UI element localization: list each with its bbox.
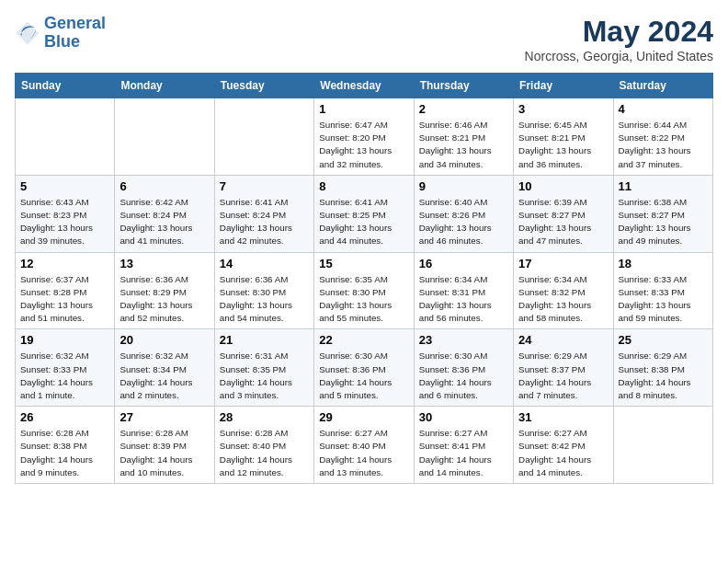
- day-number: 1: [319, 102, 408, 116]
- day-info: Sunrise: 6:28 AM Sunset: 8:39 PM Dayligh…: [119, 427, 209, 479]
- day-number: 13: [119, 257, 209, 270]
- calendar-day-cell: 4Sunrise: 6:44 AM Sunset: 8:22 PM Daylig…: [613, 98, 712, 176]
- day-info: Sunrise: 6:36 AM Sunset: 8:29 PM Dayligh…: [119, 273, 209, 326]
- calendar-header-cell: Thursday: [414, 74, 513, 98]
- calendar-week-row: 12Sunrise: 6:37 AM Sunset: 8:28 PM Dayli…: [16, 252, 713, 329]
- day-number: 3: [518, 102, 608, 116]
- day-info: Sunrise: 6:29 AM Sunset: 8:38 PM Dayligh…: [619, 350, 708, 402]
- day-number: 10: [518, 179, 608, 193]
- day-info: Sunrise: 6:37 AM Sunset: 8:28 PM Dayligh…: [20, 273, 109, 326]
- day-number: 19: [20, 333, 109, 347]
- calendar-day-cell: 30Sunrise: 6:27 AM Sunset: 8:41 PM Dayli…: [414, 407, 513, 484]
- calendar-week-row: 19Sunrise: 6:32 AM Sunset: 8:33 PM Dayli…: [16, 329, 713, 407]
- day-number: 30: [419, 410, 508, 424]
- calendar-day-cell: 2Sunrise: 6:46 AM Sunset: 8:21 PM Daylig…: [414, 98, 513, 176]
- day-info: Sunrise: 6:35 AM Sunset: 8:30 PM Dayligh…: [319, 273, 408, 326]
- day-number: 16: [419, 257, 508, 270]
- day-number: 20: [119, 333, 209, 347]
- calendar-day-cell: 16Sunrise: 6:34 AM Sunset: 8:31 PM Dayli…: [414, 252, 513, 329]
- day-number: 8: [319, 179, 408, 193]
- day-number: 4: [619, 102, 708, 116]
- day-number: 18: [619, 257, 708, 270]
- day-info: Sunrise: 6:36 AM Sunset: 8:30 PM Dayligh…: [220, 273, 309, 326]
- calendar-day-cell: 29Sunrise: 6:27 AM Sunset: 8:40 PM Dayli…: [314, 407, 414, 484]
- calendar-day-cell: [613, 407, 712, 484]
- day-info: Sunrise: 6:46 AM Sunset: 8:21 PM Dayligh…: [419, 119, 508, 171]
- calendar-day-cell: 24Sunrise: 6:29 AM Sunset: 8:37 PM Dayli…: [514, 329, 613, 407]
- calendar-body: 1Sunrise: 6:47 AM Sunset: 8:20 PM Daylig…: [16, 98, 713, 484]
- day-number: 6: [119, 179, 209, 193]
- day-info: Sunrise: 6:47 AM Sunset: 8:20 PM Dayligh…: [319, 119, 408, 171]
- calendar-week-row: 5Sunrise: 6:43 AM Sunset: 8:23 PM Daylig…: [16, 175, 713, 252]
- day-number: 29: [319, 410, 408, 424]
- calendar-day-cell: 10Sunrise: 6:39 AM Sunset: 8:27 PM Dayli…: [514, 175, 613, 252]
- day-info: Sunrise: 6:38 AM Sunset: 8:27 PM Dayligh…: [619, 196, 708, 248]
- day-number: 5: [20, 179, 109, 193]
- calendar-day-cell: 28Sunrise: 6:28 AM Sunset: 8:40 PM Dayli…: [214, 407, 313, 484]
- calendar-day-cell: 7Sunrise: 6:41 AM Sunset: 8:24 PM Daylig…: [214, 175, 313, 252]
- calendar-header-cell: Sunday: [16, 74, 115, 98]
- day-info: Sunrise: 6:43 AM Sunset: 8:23 PM Dayligh…: [20, 196, 109, 248]
- calendar-week-row: 1Sunrise: 6:47 AM Sunset: 8:20 PM Daylig…: [16, 98, 713, 176]
- calendar-day-cell: 25Sunrise: 6:29 AM Sunset: 8:38 PM Dayli…: [613, 329, 712, 407]
- day-info: Sunrise: 6:34 AM Sunset: 8:32 PM Dayligh…: [518, 273, 608, 326]
- calendar-week-row: 26Sunrise: 6:28 AM Sunset: 8:38 PM Dayli…: [16, 407, 713, 484]
- day-number: 22: [319, 333, 408, 347]
- logo: General Blue: [15, 15, 106, 52]
- page-subtitle: Norcross, Georgia, United States: [525, 49, 713, 63]
- logo-icon: [15, 20, 40, 46]
- day-info: Sunrise: 6:32 AM Sunset: 8:34 PM Dayligh…: [119, 350, 209, 402]
- page-title: May 2024: [525, 15, 713, 49]
- day-number: 14: [220, 257, 309, 270]
- day-number: 9: [419, 179, 508, 193]
- day-number: 23: [419, 333, 508, 347]
- day-info: Sunrise: 6:41 AM Sunset: 8:25 PM Dayligh…: [319, 196, 408, 248]
- page-header: General Blue May 2024 Norcross, Georgia,…: [15, 15, 713, 63]
- calendar-day-cell: 18Sunrise: 6:33 AM Sunset: 8:33 PM Dayli…: [613, 252, 712, 329]
- day-info: Sunrise: 6:44 AM Sunset: 8:22 PM Dayligh…: [619, 119, 708, 171]
- calendar-day-cell: 19Sunrise: 6:32 AM Sunset: 8:33 PM Dayli…: [16, 329, 115, 407]
- day-info: Sunrise: 6:45 AM Sunset: 8:21 PM Dayligh…: [518, 119, 608, 171]
- calendar-day-cell: 27Sunrise: 6:28 AM Sunset: 8:39 PM Dayli…: [115, 407, 214, 484]
- calendar-day-cell: [16, 98, 115, 176]
- day-info: Sunrise: 6:40 AM Sunset: 8:26 PM Dayligh…: [419, 196, 508, 248]
- day-number: 7: [220, 179, 309, 193]
- calendar-header-cell: Saturday: [613, 74, 712, 98]
- day-number: 21: [220, 333, 309, 347]
- day-info: Sunrise: 6:30 AM Sunset: 8:36 PM Dayligh…: [319, 350, 408, 402]
- page-container: General Blue May 2024 Norcross, Georgia,…: [0, 0, 728, 493]
- logo-text: General Blue: [44, 15, 106, 52]
- calendar-day-cell: 5Sunrise: 6:43 AM Sunset: 8:23 PM Daylig…: [16, 175, 115, 252]
- calendar-day-cell: 22Sunrise: 6:30 AM Sunset: 8:36 PM Dayli…: [314, 329, 414, 407]
- calendar-day-cell: [214, 98, 313, 176]
- day-number: 2: [419, 102, 508, 116]
- calendar-day-cell: 13Sunrise: 6:36 AM Sunset: 8:29 PM Dayli…: [115, 252, 214, 329]
- logo-line2: Blue: [44, 32, 80, 51]
- day-number: 27: [119, 410, 209, 424]
- calendar-table: SundayMondayTuesdayWednesdayThursdayFrid…: [15, 73, 713, 484]
- calendar-day-cell: 3Sunrise: 6:45 AM Sunset: 8:21 PM Daylig…: [514, 98, 613, 176]
- calendar-day-cell: 20Sunrise: 6:32 AM Sunset: 8:34 PM Dayli…: [115, 329, 214, 407]
- calendar-day-cell: 1Sunrise: 6:47 AM Sunset: 8:20 PM Daylig…: [314, 98, 414, 176]
- day-info: Sunrise: 6:28 AM Sunset: 8:38 PM Dayligh…: [20, 427, 109, 479]
- day-info: Sunrise: 6:29 AM Sunset: 8:37 PM Dayligh…: [518, 350, 608, 402]
- day-info: Sunrise: 6:28 AM Sunset: 8:40 PM Dayligh…: [220, 427, 309, 479]
- calendar-header-cell: Monday: [115, 74, 214, 98]
- day-info: Sunrise: 6:27 AM Sunset: 8:41 PM Dayligh…: [419, 427, 508, 479]
- calendar-day-cell: 6Sunrise: 6:42 AM Sunset: 8:24 PM Daylig…: [115, 175, 214, 252]
- calendar-day-cell: 12Sunrise: 6:37 AM Sunset: 8:28 PM Dayli…: [16, 252, 115, 329]
- calendar-day-cell: 14Sunrise: 6:36 AM Sunset: 8:30 PM Dayli…: [214, 252, 313, 329]
- calendar-header-cell: Friday: [514, 74, 613, 98]
- day-number: 15: [319, 257, 408, 270]
- day-number: 17: [518, 257, 608, 270]
- calendar-day-cell: 11Sunrise: 6:38 AM Sunset: 8:27 PM Dayli…: [613, 175, 712, 252]
- svg-marker-0: [17, 21, 40, 44]
- day-number: 31: [518, 410, 608, 424]
- day-info: Sunrise: 6:32 AM Sunset: 8:33 PM Dayligh…: [20, 350, 109, 402]
- title-block: May 2024 Norcross, Georgia, United State…: [525, 15, 713, 63]
- day-info: Sunrise: 6:27 AM Sunset: 8:40 PM Dayligh…: [319, 427, 408, 479]
- logo-line1: General: [44, 14, 106, 32]
- day-info: Sunrise: 6:39 AM Sunset: 8:27 PM Dayligh…: [518, 196, 608, 248]
- calendar-day-cell: 23Sunrise: 6:30 AM Sunset: 8:36 PM Dayli…: [414, 329, 513, 407]
- calendar-day-cell: [115, 98, 214, 176]
